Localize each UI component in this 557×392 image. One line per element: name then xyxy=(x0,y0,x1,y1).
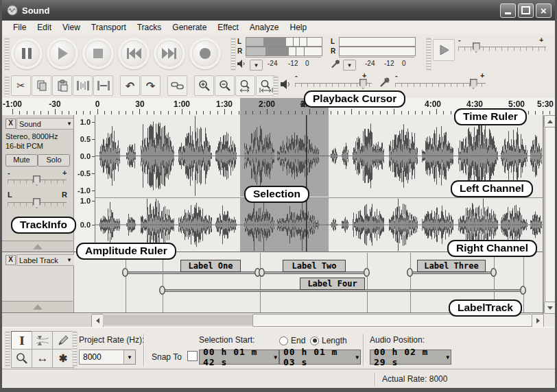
meter-toolbar-grip[interactable] xyxy=(230,38,236,71)
transport-skip-start-button[interactable] xyxy=(118,38,150,69)
selection-end-radio[interactable]: End xyxy=(279,336,305,345)
tool-multi-button[interactable]: ✱ xyxy=(52,349,74,368)
tool-time-shift-button[interactable]: ↔ xyxy=(32,349,54,368)
menu-item-file[interactable]: File xyxy=(8,21,32,34)
tool-draw-button[interactable] xyxy=(52,331,74,350)
edit-zoom-out-button[interactable] xyxy=(215,75,235,96)
transport-skip-end-button[interactable] xyxy=(154,38,185,69)
menu-item-help[interactable]: Help xyxy=(285,21,313,34)
meter-dropdown-button[interactable]: ▼ xyxy=(250,60,263,71)
menu-item-effect[interactable]: Effect xyxy=(212,21,244,34)
audio-position-field[interactable]: 00 h 02 m 29 s ▼ xyxy=(370,350,451,365)
menu-item-analyze[interactable]: Analyze xyxy=(244,21,285,34)
meter-l-bar xyxy=(339,37,416,47)
edit-trim-button[interactable] xyxy=(73,75,93,96)
speaker-icon xyxy=(280,78,292,93)
play-at-speed-button[interactable] xyxy=(433,39,455,61)
hscroll-track[interactable] xyxy=(103,315,252,326)
edit-cut-button[interactable]: ✂ xyxy=(11,75,31,96)
field-arrow-icon: ▼ xyxy=(355,354,359,360)
labeltrack-area[interactable] xyxy=(74,252,543,313)
close-icon: × xyxy=(541,5,547,16)
meter-dropdown-button[interactable]: ▼ xyxy=(343,60,356,71)
vertical-scrollbar[interactable] xyxy=(543,115,556,314)
solo-button[interactable]: Solo xyxy=(38,154,70,167)
horizontal-scroll-thumb[interactable] xyxy=(252,314,532,327)
menu-item-view[interactable]: View xyxy=(57,21,86,34)
scroll-right-button[interactable] xyxy=(532,314,544,328)
tool-zoom-button[interactable] xyxy=(11,349,33,368)
edit-silence-button[interactable] xyxy=(93,75,113,96)
selection-start-field[interactable]: 00 h 01 m 42 s ▼ xyxy=(199,350,279,365)
end-radio-label: End xyxy=(291,336,305,345)
transport-toolbar-grip[interactable] xyxy=(4,38,10,71)
labeltrack-collapse-button[interactable] xyxy=(2,301,73,313)
transport-record-button[interactable] xyxy=(189,38,221,69)
labeltrack-name-menu[interactable]: Label Track ▼ xyxy=(16,254,75,266)
menu-item-edit[interactable]: Edit xyxy=(32,21,57,34)
labeltrack-close-button[interactable]: X xyxy=(5,255,16,265)
close-button[interactable]: × xyxy=(536,3,552,18)
meter-peak-hold xyxy=(304,47,305,56)
tool-selection-button[interactable]: I xyxy=(11,331,33,350)
edit-paste-button[interactable] xyxy=(52,75,72,96)
edit-copy-button[interactable] xyxy=(32,75,51,96)
menu-bar: FileEditViewTransportTracksGenerateEffec… xyxy=(2,21,557,35)
tool-envelope-button[interactable] xyxy=(32,331,54,350)
title-bar[interactable]: Sound × xyxy=(0,0,557,21)
menu-item-transport[interactable]: Transport xyxy=(86,21,132,34)
selection-length-field[interactable]: 00 h 01 m 03 s ▼ xyxy=(279,350,361,365)
project-rate-select[interactable]: 8000 ▼ xyxy=(79,350,136,365)
maximize-button[interactable] xyxy=(518,3,534,18)
gain-slider-thumb[interactable] xyxy=(33,175,40,186)
audio-position-label: Audio Position: xyxy=(370,335,425,345)
edit-toolbar-grip[interactable] xyxy=(4,76,10,97)
pan-left-label: L xyxy=(8,191,12,199)
transport-stop-button[interactable] xyxy=(82,38,114,69)
mute-button[interactable]: Mute xyxy=(5,154,38,167)
left-channel-waveform[interactable] xyxy=(95,115,543,197)
speaker-icon xyxy=(237,59,247,72)
edit-fit-selection-button[interactable] xyxy=(235,75,255,96)
track-close-button[interactable]: X xyxy=(5,119,16,129)
scroll-left-button[interactable] xyxy=(91,314,104,328)
transcription-toolbar-grip[interactable] xyxy=(426,38,431,71)
track-collapse-button[interactable] xyxy=(2,241,73,252)
horizontal-scrollbar[interactable] xyxy=(91,314,543,327)
track-name-menu[interactable]: Sound ▼ xyxy=(16,118,75,130)
arrow-left-icon xyxy=(96,318,99,323)
labeltrack-bottom-border xyxy=(2,313,543,313)
meter-peak-hold xyxy=(296,47,296,56)
transport-play-button[interactable] xyxy=(47,38,78,69)
pan-slider-thumb[interactable] xyxy=(33,198,40,208)
right-channel-waveform[interactable] xyxy=(95,198,543,252)
meter-peak-hold xyxy=(293,38,294,46)
meter-rms-fill xyxy=(246,47,265,56)
pan-right-label: R xyxy=(62,191,67,199)
edit-redo-button[interactable]: ↷ xyxy=(141,75,161,96)
meter-peak-hold xyxy=(307,38,307,46)
meter-r-label: R xyxy=(331,47,335,55)
edit-undo-button[interactable]: ↶ xyxy=(120,75,140,96)
menu-item-generate[interactable]: Generate xyxy=(167,21,212,34)
meter-scale-label: -24 xyxy=(268,60,277,67)
output-meter[interactable]: LR▼-24-120 xyxy=(236,37,329,71)
time-ruler[interactable] xyxy=(2,98,555,116)
output-volume-minus: - xyxy=(295,71,298,79)
play-speed-slider[interactable] xyxy=(458,47,546,51)
minimize-button[interactable] xyxy=(500,3,516,18)
snap-to-checkbox[interactable] xyxy=(187,351,198,361)
edit-zoom-in-button[interactable] xyxy=(194,75,214,96)
input-meter[interactable]: LR▼-24-120 xyxy=(329,37,421,71)
edit-sync-lock-button[interactable] xyxy=(167,75,187,96)
transport-pause-button[interactable] xyxy=(11,38,43,69)
menu-item-tracks[interactable]: Tracks xyxy=(132,21,167,34)
mixer-toolbar-grip[interactable] xyxy=(273,76,278,97)
tools-toolbar-grip[interactable] xyxy=(5,331,10,367)
vertical-scroll-thumb[interactable] xyxy=(545,127,556,302)
selection-length-radio[interactable]: Length xyxy=(310,336,347,345)
track-menu-arrow-icon: ▼ xyxy=(67,121,72,127)
labeltrack-menu-arrow-icon: ▼ xyxy=(67,257,72,263)
meter-peak-fill xyxy=(263,38,286,46)
selection-toolbar-grip[interactable] xyxy=(72,331,78,367)
